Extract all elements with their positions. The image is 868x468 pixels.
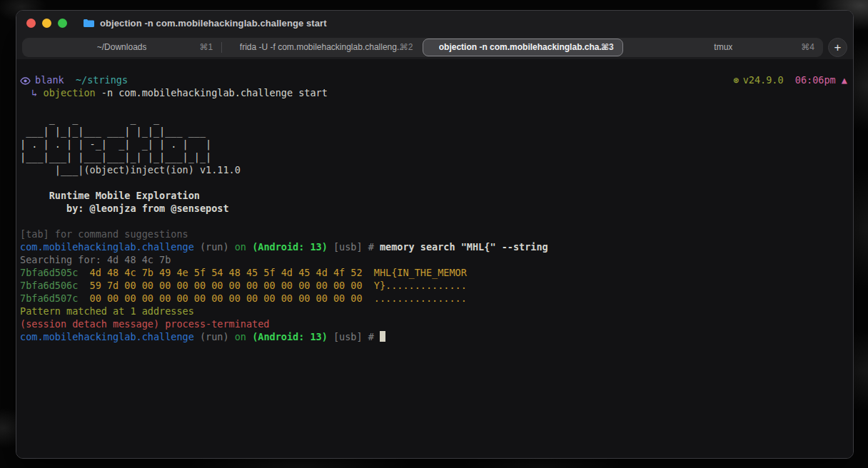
tab-shortcut: ⌘1 <box>200 42 213 52</box>
node-version-icon: ⊛ <box>734 74 740 86</box>
hexdump-row: 7bfa6d507c00 00 00 00 00 00 00 00 00 00 … <box>20 292 847 305</box>
hex-ascii: MHL{IN_THE_MEMOR <box>374 267 467 278</box>
command-name: objection <box>44 87 96 98</box>
node-version: v24.9.0 <box>743 74 784 86</box>
window-title: objection -n com.mobilehackinglab.challe… <box>100 18 327 29</box>
hex-bytes: 59 7d 00 00 00 00 00 00 00 00 00 00 00 0… <box>90 280 363 291</box>
app-state: (run) <box>200 241 229 253</box>
traffic-lights <box>26 19 67 28</box>
hex-ascii: ................ <box>374 292 467 304</box>
window-title-group: objection -n com.mobilehackinglab.challe… <box>83 18 327 29</box>
clock-time: 06:06pm <box>795 74 836 86</box>
command-args: -n com.mobilehackinglab.challenge start <box>101 87 328 98</box>
device-os: (Android: 13) <box>252 331 328 342</box>
terminal-content[interactable]: blank~/strings ⊛v24.9.006:06pm▲ ↳objecti… <box>16 59 853 458</box>
prompt-on: on <box>235 241 246 253</box>
prompt-left: blank~/strings <box>20 73 128 86</box>
window-titlebar[interactable]: objection -n com.mobilehackinglab.challe… <box>16 11 853 35</box>
terminal-window: objection -n com.mobilehackinglab.challe… <box>16 10 854 459</box>
banner-tagline: Runtime Mobile Exploration <box>20 189 847 202</box>
tab-objection-active[interactable]: objection -n com.mobilehackinglab.cha...… <box>423 39 623 56</box>
prompt-hash: # <box>368 331 374 342</box>
tab-tmux[interactable]: tmux ⌘4 <box>624 38 823 57</box>
hex-ascii: Y}.............. <box>374 280 467 291</box>
hex-bytes: 4d 48 4c 7b 49 4e 5f 54 48 45 5f 4d 45 4… <box>90 267 363 278</box>
return-arrow-icon: ↳ <box>31 87 37 98</box>
app-state: (run) <box>200 331 229 342</box>
prompt-cwd: ~/strings <box>76 74 128 86</box>
transport: [usb] <box>333 331 363 342</box>
tab-frida[interactable]: frida -U -f com.mobilehackinglab.challen… <box>222 38 421 57</box>
folder-icon <box>83 19 95 28</box>
tab-strip: ~/Downloads ⌘1 frida -U -f com.mobilehac… <box>22 38 823 57</box>
device-os: (Android: 13) <box>252 241 328 253</box>
minimize-window-icon[interactable] <box>42 19 51 28</box>
blank-line <box>20 215 847 228</box>
transport: [usb] <box>333 241 363 253</box>
hex-address: 7bfa6d505c <box>20 267 78 278</box>
prompt-right: ⊛v24.9.006:06pm▲ <box>734 73 847 86</box>
tab-hint-line: [tab] for command suggestions <box>20 228 847 240</box>
searching-line: Searching for: 4d 48 4c 7b <box>20 253 847 266</box>
plus-icon: + <box>834 41 842 54</box>
hexdump-row: 7bfa6d505c4d 48 4c 7b 49 4e 5f 54 48 45 … <box>20 266 847 279</box>
tab-bar: ~/Downloads ⌘1 frida -U -f com.mobilehac… <box>16 35 853 59</box>
tab-label: tmux <box>714 42 732 52</box>
prompt-user: blank <box>35 74 64 86</box>
tab-downloads[interactable]: ~/Downloads ⌘1 <box>22 38 221 57</box>
objection-ascii-banner: _ _ _ _ ___| |_|_|___ ___| |_|_|___ ___ … <box>20 112 847 176</box>
target-app-name: com.mobilehackinglab.challenge <box>20 241 194 253</box>
blank-line <box>20 99 847 112</box>
hexdump-row: 7bfa6d506c59 7d 00 00 00 00 00 00 00 00 … <box>20 279 847 292</box>
prompt-hash: # <box>368 241 374 253</box>
tab-label: ~/Downloads <box>97 42 147 52</box>
terminal-cursor <box>380 331 385 342</box>
hex-address: 7bfa6d506c <box>20 280 78 291</box>
tab-shortcut: ⌘3 <box>601 42 614 52</box>
prompt-on: on <box>235 331 246 342</box>
target-app-name: com.mobilehackinglab.challenge <box>20 331 194 342</box>
objection-prompt-line: com.mobilehackinglab.challenge(run)on(An… <box>20 240 847 253</box>
tab-label: objection -n com.mobilehackinglab.cha... <box>439 42 607 52</box>
zoom-window-icon[interactable] <box>58 19 67 28</box>
close-window-icon[interactable] <box>26 19 36 28</box>
shell-prompt-line: blank~/strings ⊛v24.9.006:06pm▲ <box>20 73 847 86</box>
hex-address: 7bfa6d507c <box>20 292 78 304</box>
tab-shortcut: ⌘4 <box>801 42 814 52</box>
memory-search-command: memory search "MHL{" --string <box>380 241 548 253</box>
pattern-matched-line: Pattern matched at 1 addresses <box>20 305 847 317</box>
banner-credits: by: @leonjza from @sensepost <box>20 202 847 215</box>
new-tab-button[interactable]: + <box>828 38 847 57</box>
hex-bytes: 00 00 00 00 00 00 00 00 00 00 00 00 00 0… <box>90 292 363 304</box>
tab-label: frida -U -f com.mobilehackinglab.challen… <box>240 42 404 52</box>
tab-shortcut: ⌘2 <box>400 42 413 52</box>
typed-command-line: ↳objection-n com.mobilehackinglab.challe… <box>20 86 847 99</box>
session-detach-line: (session detach message) process-termina… <box>20 317 847 330</box>
status-triangle-icon: ▲ <box>842 74 847 86</box>
blank-line <box>20 176 847 189</box>
objection-prompt-line[interactable]: com.mobilehackinglab.challenge(run)on(An… <box>20 330 847 343</box>
eye-icon <box>20 77 31 85</box>
